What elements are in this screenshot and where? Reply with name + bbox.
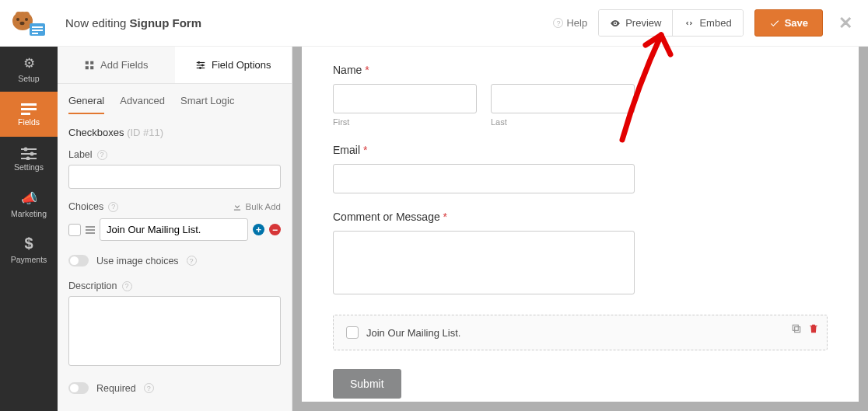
choice-input[interactable]	[100, 218, 248, 241]
help-icon[interactable]: ?	[122, 281, 132, 291]
tab-field-options[interactable]: Field Options	[175, 47, 292, 83]
top-bar: Now editing Signup Form ? Help Preview E…	[0, 0, 868, 47]
first-name-input[interactable]	[333, 84, 477, 113]
form-canvas[interactable]: Name * First Last Email *	[302, 47, 859, 402]
panel-sub-tabs: General Advanced Smart Logic	[58, 84, 292, 114]
subtab-advanced[interactable]: Advanced	[120, 95, 165, 114]
email-input[interactable]	[333, 164, 635, 193]
description-input[interactable]	[68, 296, 281, 366]
panel-body: Checkboxes (ID #11) Label ? Choices ? Bu…	[58, 114, 292, 406]
checkbox-box[interactable]	[346, 326, 359, 339]
comment-field[interactable]: Comment or Message *	[333, 211, 828, 294]
preview-label: Preview	[625, 17, 661, 29]
page-title: Now editing Signup Form	[65, 16, 553, 30]
comment-label: Comment or Message *	[333, 211, 828, 223]
svg-point-17	[30, 152, 34, 156]
label-option-label: Label ?	[68, 149, 281, 160]
help-icon[interactable]: ?	[144, 383, 154, 393]
subtab-general[interactable]: General	[68, 95, 104, 114]
svg-rect-14	[21, 148, 37, 150]
svg-rect-31	[793, 325, 798, 330]
nav-fields[interactable]: Fields	[0, 92, 58, 137]
comment-label-text: Comment or Message	[333, 211, 440, 223]
left-nav: ⚙ Setup Fields Settings 📣 Marketing $ Pa…	[0, 47, 58, 411]
required-star: *	[363, 144, 367, 156]
remove-choice-button[interactable]: −	[269, 224, 281, 235]
svg-rect-16	[21, 153, 37, 155]
nav-payments[interactable]: $ Payments	[0, 227, 58, 272]
email-label: Email *	[333, 144, 828, 156]
svg-rect-11	[21, 103, 37, 106]
help-label: Help	[566, 17, 587, 29]
title-prefix: Now editing	[65, 16, 130, 30]
email-field[interactable]: Email *	[333, 144, 828, 193]
wpforms-logo	[9, 8, 47, 39]
bulk-add-link[interactable]: Bulk Add	[232, 201, 281, 212]
fields-icon	[21, 102, 37, 115]
duplicate-icon[interactable]	[791, 323, 802, 334]
required-star: *	[443, 211, 447, 223]
required-star: *	[365, 64, 369, 76]
svg-point-15	[24, 148, 28, 152]
field-row-actions	[791, 323, 819, 334]
nav-settings-label: Settings	[14, 162, 44, 172]
choices-label: Choices ?	[68, 201, 118, 212]
sliders-icon	[21, 147, 37, 160]
sliders-icon	[195, 60, 206, 71]
bulk-add-label: Bulk Add	[246, 202, 281, 211]
last-sublabel: Last	[491, 117, 635, 127]
add-choice-button[interactable]: +	[253, 224, 264, 235]
nav-setup[interactable]: ⚙ Setup	[0, 47, 58, 92]
last-name-col: Last	[491, 84, 635, 127]
help-icon[interactable]: ?	[97, 150, 107, 160]
preview-embed-group: Preview Embed	[598, 9, 743, 37]
checkbox-option-row: Join Our Mailing List.	[346, 326, 814, 339]
top-actions: ? Help Preview Embed Save ✕	[553, 9, 852, 37]
tab-add-fields[interactable]: Add Fields	[58, 47, 175, 83]
svg-rect-12	[21, 108, 37, 110]
comment-input[interactable]	[333, 231, 635, 294]
nav-setup-label: Setup	[18, 74, 39, 83]
field-id-row: Checkboxes (ID #11)	[68, 127, 281, 138]
name-field[interactable]: Name * First Last	[333, 64, 828, 127]
dollar-icon: $	[24, 235, 33, 253]
submit-button[interactable]: Submit	[333, 369, 401, 399]
svg-rect-8	[32, 30, 43, 31]
choices-text: Choices	[68, 201, 103, 212]
svg-point-4	[25, 18, 28, 21]
form-name: Signup Form	[130, 16, 202, 30]
tab-field-options-label: Field Options	[212, 59, 271, 71]
svg-point-2	[23, 12, 30, 18]
drag-handle-icon[interactable]	[86, 226, 95, 234]
trash-icon[interactable]	[808, 323, 819, 334]
description-section: Description ?	[68, 280, 281, 368]
svg-rect-21	[90, 61, 93, 64]
checkbox-field-selected[interactable]: Join Our Mailing List.	[333, 315, 828, 350]
field-id: (ID #11)	[127, 127, 163, 138]
first-sublabel: First	[333, 117, 477, 127]
svg-rect-22	[86, 66, 89, 69]
help-link[interactable]: ? Help	[553, 17, 587, 29]
close-icon[interactable]: ✕	[838, 13, 852, 33]
nav-settings[interactable]: Settings	[0, 137, 58, 182]
image-choices-toggle[interactable]	[68, 255, 89, 266]
help-icon[interactable]: ?	[108, 202, 118, 212]
last-name-input[interactable]	[491, 84, 635, 113]
required-toggle[interactable]	[68, 382, 89, 394]
preview-button[interactable]: Preview	[599, 10, 672, 36]
subtab-smart-logic[interactable]: Smart Logic	[180, 95, 234, 114]
label-text: Label	[68, 149, 93, 160]
label-input[interactable]	[68, 165, 281, 189]
image-choices-label: Use image choices	[96, 256, 179, 266]
save-button[interactable]: Save	[754, 9, 823, 37]
bullhorn-icon: 📣	[21, 190, 37, 207]
help-icon[interactable]: ?	[187, 256, 197, 266]
description-label: Description ?	[68, 280, 281, 291]
svg-rect-13	[21, 113, 30, 115]
email-label-text: Email	[333, 144, 360, 156]
embed-button[interactable]: Embed	[672, 10, 742, 36]
nav-marketing-label: Marketing	[11, 209, 47, 218]
eye-icon	[610, 18, 621, 29]
nav-marketing[interactable]: 📣 Marketing	[0, 182, 58, 227]
choice-default-checkbox[interactable]	[68, 224, 81, 236]
